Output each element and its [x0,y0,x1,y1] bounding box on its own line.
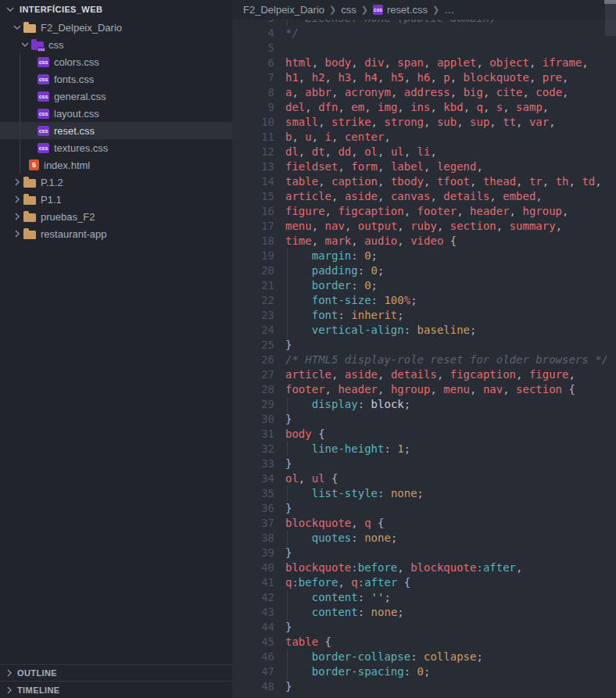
editor-scrollbar[interactable] [605,0,616,36]
panel-timeline[interactable]: TIMELINE [0,681,232,698]
line-number: 37 [232,516,274,531]
code-line-20[interactable]: 20 padding: 0; [232,263,616,278]
code-line-15[interactable]: 15article, aside, canvas, details, embed… [232,189,616,204]
line-number: 20 [232,263,274,278]
code-line-12[interactable]: 12dl, dt, dd, ol, ul, li, [232,145,616,159]
code-line-32[interactable]: 32 line-height: 1; [232,442,616,456]
code-line-5[interactable]: 5 [232,41,616,55]
line-number: 24 [232,323,274,338]
css-file-icon: css [38,109,49,119]
code-line-29[interactable]: 29 display: block; [232,397,616,412]
breadcrumb[interactable]: F2_Delpeix_Dario❯css❯cssreset.css❯… [232,0,616,20]
line-number: 17 [232,219,274,234]
code-line-39[interactable]: 39} [232,546,616,560]
folder-icon [23,196,36,205]
line-number: 29 [232,397,274,412]
tree-item-label: textures.css [54,142,108,154]
tree-item-label: P1.1 [41,194,62,206]
tree-item-textures-css[interactable]: csstextures.css [0,139,232,156]
code-line-18[interactable]: 18time, mark, audio, video { [232,234,616,249]
line-number: 47 [232,664,274,679]
tree-item-layout-css[interactable]: csslayout.css [0,105,232,122]
code-line-6[interactable]: 6html, body, div, span, applet, object, … [232,55,616,70]
code-line-42[interactable]: 42 content: ''; [232,590,616,605]
tree-item-pruebas-f2[interactable]: pruebas_F2 [0,208,232,225]
code-line-23[interactable]: 23 font: inherit; [232,308,616,323]
code-line-10[interactable]: 10small, strike, strong, sub, sup, tt, v… [232,115,616,130]
code-line-48[interactable]: 48} [232,679,616,694]
code-line-26[interactable]: 26/* HTML5 display-role reset for older … [232,353,616,367]
css-file-icon: css [373,5,383,15]
line-number: 16 [232,204,274,219]
css-file-icon: css [38,143,49,153]
panel-outline[interactable]: OUTLINE [0,664,232,681]
tree-item-label: restaurant-app [41,228,107,240]
code-line-4[interactable]: 4*/ [232,26,616,41]
code-line-21[interactable]: 21 border: 0; [232,278,616,293]
code-line-22[interactable]: 22 font-size: 100%; [232,293,616,308]
code-line-40[interactable]: 40blockquote:before, blockquote:after, [232,560,616,575]
code-line-17[interactable]: 17menu, nav, output, ruby, section, summ… [232,219,616,234]
code-line-19[interactable]: 19 margin: 0; [232,249,616,263]
tree-item-label: general.css [54,91,106,102]
code-line-45[interactable]: 45table { [232,635,616,650]
code-line-24[interactable]: 24 vertical-align: baseline; [232,323,616,338]
tree-item-general-css[interactable]: cssgeneral.css [0,88,232,105]
code-line-9[interactable]: 9del, dfn, em, img, ins, kbd, q, s, samp… [232,100,616,115]
code-line-13[interactable]: 13fieldset, form, label, legend, [232,159,616,174]
code-line-41[interactable]: 41q:before, q:after { [232,575,616,590]
code-line-11[interactable]: 11b, u, i, center, [232,130,616,145]
line-number: 36 [232,501,274,516]
chevron-down-icon [4,3,16,16]
code-line-44[interactable]: 44} [232,620,616,635]
code-line-16[interactable]: 16figure, figcaption, footer, header, hg… [232,204,616,219]
tree-item-reset-css[interactable]: cssreset.css [0,122,232,139]
tree-item-css[interactable]: csscss [0,36,232,53]
code-line-33[interactable]: 33} [232,456,616,471]
breadcrumb-item[interactable]: F2_Delpeix_Dario [243,4,324,16]
editor-pane[interactable]: 3 License: none (public domain)4*/56html… [232,0,616,698]
code-area[interactable]: 3 License: none (public domain)4*/56html… [232,0,616,698]
code-line-28[interactable]: 28footer, header, hgroup, menu, nav, sec… [232,382,616,397]
tree-item-label: index.html [44,159,90,171]
panel-label: TIMELINE [17,685,60,695]
tree-item-p1-1[interactable]: P1.1 [0,191,232,208]
tree-item-f2-delpeix-dario[interactable]: F2_Delpeix_Dario [0,19,232,36]
explorer-section-header[interactable]: INTERFÍCIES_WEB [0,0,232,19]
line-number: 22 [232,293,274,308]
tree-item-label: P.1.2 [41,177,63,188]
file-tree: F2_Delpeix_Dariocsscsscsscolors.csscssfo… [0,19,232,242]
folder-icon [23,179,36,188]
tree-item-restaurant-app[interactable]: restaurant-app [0,225,232,242]
code-line-7[interactable]: 7h1, h2, h3, h4, h5, h6, p, blockquote, … [232,70,616,85]
line-number: 6 [232,55,274,70]
code-line-25[interactable]: 25} [232,338,616,353]
code-line-14[interactable]: 14table, caption, tbody, tfoot, thead, t… [232,174,616,189]
breadcrumb-item[interactable]: reset.css [387,4,428,16]
code-line-38[interactable]: 38 quotes: none; [232,531,616,546]
code-line-43[interactable]: 43 content: none; [232,605,616,620]
tree-item-colors-css[interactable]: csscolors.css [0,53,232,70]
tree-item-index-html[interactable]: 5index.html [0,156,232,174]
code-line-34[interactable]: 34ol, ul { [232,471,616,486]
code-line-37[interactable]: 37blockquote, q { [232,516,616,531]
line-number: 32 [232,442,274,456]
folder-icon [23,213,36,222]
code-line-31[interactable]: 31body { [232,427,616,442]
line-number: 14 [232,174,274,189]
code-line-46[interactable]: 46 border-collapse: collapse; [232,650,616,664]
code-line-36[interactable]: 36} [232,501,616,516]
code-line-8[interactable]: 8a, abbr, acronym, address, big, cite, c… [232,85,616,100]
code-line-30[interactable]: 30} [232,412,616,427]
tree-item-p-1-2[interactable]: P.1.2 [0,174,232,191]
tree-item-label: fonts.css [54,73,94,85]
editor-scrollbar-top [604,0,616,4]
breadcrumb-item[interactable]: css [341,4,356,16]
line-number: 27 [232,367,274,382]
line-number: 9 [232,100,274,115]
code-line-47[interactable]: 47 border-spacing: 0; [232,664,616,679]
breadcrumb-item[interactable]: … [444,4,454,16]
code-line-35[interactable]: 35 list-style: none; [232,486,616,501]
code-line-27[interactable]: 27article, aside, details, figcaption, f… [232,367,616,382]
tree-item-fonts-css[interactable]: cssfonts.css [0,70,232,88]
